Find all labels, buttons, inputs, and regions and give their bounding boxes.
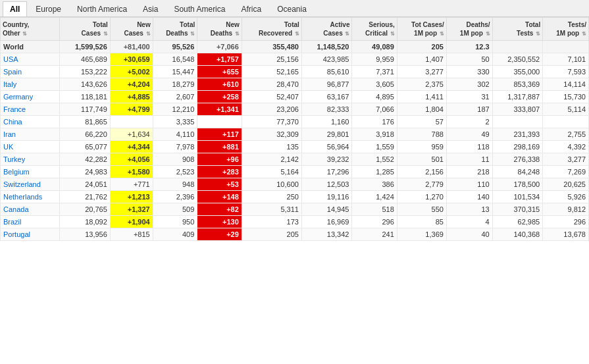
tests-per-m: 4,392 bbox=[543, 141, 589, 153]
tab-north-america[interactable]: North America bbox=[70, 1, 134, 16]
country-link[interactable]: Netherlands bbox=[3, 193, 42, 201]
total-recovered: 10,600 bbox=[242, 178, 301, 191]
country-link[interactable]: Spain bbox=[3, 68, 22, 76]
tot-cases-per-m: 550 bbox=[397, 203, 446, 216]
col-header-active_cases[interactable]: ActiveCases ⇅ bbox=[301, 18, 352, 41]
country-link[interactable]: Germany bbox=[3, 93, 33, 101]
country-name[interactable]: Turkey bbox=[1, 153, 60, 166]
table-row: Brazil18,092+1,904950+13017316,969296854… bbox=[1, 216, 589, 228]
country-name[interactable]: UK bbox=[1, 141, 60, 153]
tests-per-m: 5,926 bbox=[543, 191, 589, 203]
sort-icon: ⇅ bbox=[103, 31, 108, 37]
country-name[interactable]: Spain bbox=[1, 66, 60, 78]
tab-europe[interactable]: Europe bbox=[28, 1, 68, 16]
total-deaths: 16,548 bbox=[153, 53, 197, 66]
serious-critical: 176 bbox=[352, 116, 397, 128]
table-row: Portugal13,956+815409+2920513,3422411,36… bbox=[1, 228, 589, 241]
country-link[interactable]: Iran bbox=[3, 130, 16, 138]
deaths-per-m: 50 bbox=[446, 53, 492, 66]
serious-critical: 1,552 bbox=[352, 153, 397, 166]
active-cases: 82,333 bbox=[301, 103, 352, 116]
active-cases: 56,964 bbox=[301, 141, 352, 153]
serious-critical: 518 bbox=[352, 203, 397, 216]
col-header-total_deaths[interactable]: TotalDeaths ⇅ bbox=[153, 18, 197, 41]
new-deaths: +655 bbox=[197, 66, 242, 78]
col-header-new_deaths[interactable]: NewDeaths ⇅ bbox=[197, 18, 242, 41]
col-header-deaths_per_m[interactable]: Deaths/1M pop ⇅ bbox=[446, 18, 492, 41]
country-name[interactable]: Canada bbox=[1, 203, 60, 216]
col-header-total_recovered[interactable]: TotalRecovered ⇅ bbox=[242, 18, 301, 41]
col-header-serious[interactable]: Serious,Critical ⇅ bbox=[352, 18, 397, 41]
tab-africa[interactable]: Africa bbox=[234, 1, 269, 16]
table-row: Belgium24,983+1,5802,523+2835,16417,2961… bbox=[1, 166, 589, 178]
country-link[interactable]: Canada bbox=[3, 205, 29, 213]
serious-critical: 296 bbox=[352, 216, 397, 228]
total-deaths: 908 bbox=[153, 153, 197, 166]
tot-cases-per-m: 2,156 bbox=[397, 166, 446, 178]
active-cases: 14,945 bbox=[301, 203, 352, 216]
country-link[interactable]: Switzerland bbox=[3, 180, 41, 188]
total-deaths: 409 bbox=[153, 228, 197, 241]
world-tot-cases-per-m: 205 bbox=[397, 41, 446, 53]
country-name[interactable]: Brazil bbox=[1, 216, 60, 228]
active-cases: 85,610 bbox=[301, 66, 352, 78]
country-name[interactable]: Netherlands bbox=[1, 191, 60, 203]
country-link[interactable]: Belgium bbox=[3, 168, 30, 176]
total-deaths: 2,607 bbox=[153, 91, 197, 103]
tab-asia[interactable]: Asia bbox=[136, 1, 165, 16]
tests-per-m: 7,101 bbox=[543, 53, 589, 66]
country-name[interactable]: USA bbox=[1, 53, 60, 66]
col-header-tot_cases_per_m[interactable]: Tot Cases/1M pop ⇅ bbox=[397, 18, 446, 41]
country-link[interactable]: UK bbox=[3, 143, 13, 151]
country-link[interactable]: Portugal bbox=[3, 230, 30, 238]
col-header-total_tests[interactable]: TotalTests ⇅ bbox=[492, 18, 543, 41]
tests-per-m: 2,755 bbox=[543, 128, 589, 141]
col-header-total_cases[interactable]: TotalCases ⇅ bbox=[60, 18, 111, 41]
country-name[interactable]: China bbox=[1, 116, 60, 128]
total-tests: 355,000 bbox=[492, 66, 543, 78]
active-cases: 1,160 bbox=[301, 116, 352, 128]
col-header-country[interactable]: Country,Other ⇅ bbox=[1, 18, 60, 41]
new-deaths: +881 bbox=[197, 141, 242, 153]
country-link[interactable]: Turkey bbox=[3, 155, 25, 163]
table-row: Italy143,626+4,20418,279+61028,47096,877… bbox=[1, 78, 589, 91]
country-name[interactable]: Switzerland bbox=[1, 178, 60, 191]
total-recovered: 135 bbox=[242, 141, 301, 153]
total-recovered: 5,164 bbox=[242, 166, 301, 178]
tot-cases-per-m: 1,804 bbox=[397, 103, 446, 116]
serious-critical: 7,371 bbox=[352, 66, 397, 78]
tab-all[interactable]: All bbox=[3, 1, 27, 16]
world-new-cases: +81,400 bbox=[110, 41, 153, 53]
country-name[interactable]: Portugal bbox=[1, 228, 60, 241]
world-row: World1,599,526+81,40095,526+7,066355,480… bbox=[1, 41, 589, 53]
country-name[interactable]: Belgium bbox=[1, 166, 60, 178]
world-country: World bbox=[1, 41, 60, 53]
col-header-new_cases[interactable]: NewCases ⇅ bbox=[110, 18, 153, 41]
country-name[interactable]: Italy bbox=[1, 78, 60, 91]
country-link[interactable]: USA bbox=[3, 55, 18, 63]
tests-per-m: 3,277 bbox=[543, 153, 589, 166]
country-link[interactable]: Italy bbox=[3, 80, 16, 88]
total-recovered: 52,165 bbox=[242, 66, 301, 78]
active-cases: 19,116 bbox=[301, 191, 352, 203]
tab-south-america[interactable]: South America bbox=[166, 1, 232, 16]
tab-oceania[interactable]: Oceania bbox=[270, 1, 314, 16]
deaths-per-m: 302 bbox=[446, 78, 492, 91]
table-body: World1,599,526+81,40095,526+7,066355,480… bbox=[1, 41, 589, 241]
total-cases: 42,282 bbox=[60, 153, 111, 166]
new-cases: +5,002 bbox=[110, 66, 153, 78]
col-header-tests_per_m[interactable]: Tests/1M pop ⇅ bbox=[543, 18, 589, 41]
table-row: Iran66,220+1,6344,110+11732,30929,8013,9… bbox=[1, 128, 589, 141]
country-name[interactable]: France bbox=[1, 103, 60, 116]
country-link[interactable]: France bbox=[3, 105, 26, 113]
country-link[interactable]: China bbox=[3, 118, 22, 126]
new-deaths: +1,341 bbox=[197, 103, 242, 116]
total-cases: 21,762 bbox=[60, 191, 111, 203]
deaths-per-m: 13 bbox=[446, 203, 492, 216]
new-cases: +1,904 bbox=[110, 216, 153, 228]
deaths-per-m: 140 bbox=[446, 191, 492, 203]
table-row: China81,8653,33577,3701,160176572 bbox=[1, 116, 589, 128]
country-link[interactable]: Brazil bbox=[3, 218, 22, 226]
country-name[interactable]: Germany bbox=[1, 91, 60, 103]
country-name[interactable]: Iran bbox=[1, 128, 60, 141]
